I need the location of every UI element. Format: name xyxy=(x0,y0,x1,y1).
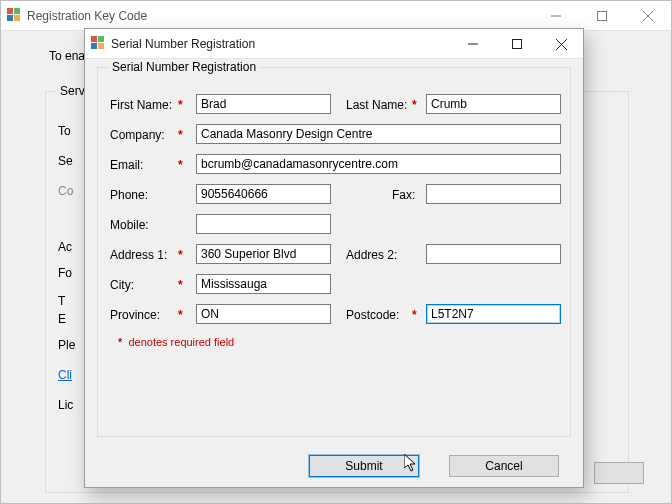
bg-line-fo: Fo xyxy=(58,266,72,280)
address1-label: Address 1: xyxy=(110,244,167,266)
email-field[interactable] xyxy=(196,154,561,174)
postcode-label: Postcode: xyxy=(346,304,399,326)
address1-required: * xyxy=(178,244,183,266)
company-label: Company: xyxy=(110,124,165,146)
minimize-button[interactable] xyxy=(451,29,495,59)
svg-rect-1 xyxy=(598,12,607,21)
bg-line-e: E xyxy=(58,312,66,326)
bg-line-lic: Lic xyxy=(58,398,73,412)
dialog-titlebar[interactable]: Serial Number Registration xyxy=(85,29,583,59)
required-note-text: denotes required field xyxy=(128,336,234,348)
required-note-star: * xyxy=(118,336,122,348)
app-icon xyxy=(91,36,107,52)
outer-maximize-button[interactable] xyxy=(579,1,625,31)
last-name-required: * xyxy=(412,94,417,116)
first-name-field[interactable] xyxy=(196,94,331,114)
button-bar: Submit Cancel xyxy=(85,455,583,479)
required-note: * denotes required field xyxy=(118,336,234,348)
form-group-title: Serial Number Registration xyxy=(108,60,260,74)
address1-field[interactable] xyxy=(196,244,331,264)
cancel-button-label: Cancel xyxy=(485,459,522,473)
city-field[interactable] xyxy=(196,274,331,294)
bg-line-co: Co xyxy=(58,184,73,198)
bg-line-t: T xyxy=(58,294,65,308)
company-field[interactable] xyxy=(196,124,561,144)
bg-line-to: To xyxy=(58,124,71,138)
bg-truncated-button[interactable] xyxy=(594,462,644,484)
bg-line-ple: Ple xyxy=(58,338,75,352)
province-label: Province: xyxy=(110,304,160,326)
mobile-field[interactable] xyxy=(196,214,331,234)
fax-field[interactable] xyxy=(426,184,561,204)
email-required: * xyxy=(178,154,183,176)
submit-button-label: Submit xyxy=(345,459,382,473)
cancel-button[interactable]: Cancel xyxy=(449,455,559,477)
last-name-label: Last Name: xyxy=(346,94,407,116)
postcode-required: * xyxy=(412,304,417,326)
bg-line-se: Se xyxy=(58,154,73,168)
first-name-required: * xyxy=(178,94,183,116)
company-required: * xyxy=(178,124,183,146)
province-required: * xyxy=(178,304,183,326)
first-name-label: First Name: xyxy=(110,94,172,116)
bg-line-ac: Ac xyxy=(58,240,72,254)
mobile-label: Mobile: xyxy=(110,214,149,236)
fax-label: Fax: xyxy=(392,184,415,206)
city-label: City: xyxy=(110,274,134,296)
dialog-title: Serial Number Registration xyxy=(111,37,255,51)
background-titlebar: Registration Key Code xyxy=(1,1,671,31)
form-groupbox: Serial Number Registration First Name: *… xyxy=(97,67,571,437)
bg-line-cli[interactable]: Cli xyxy=(58,368,72,382)
address2-field[interactable] xyxy=(426,244,561,264)
city-required: * xyxy=(178,274,183,296)
serial-registration-dialog: Serial Number Registration Serial Number… xyxy=(84,28,584,488)
phone-label: Phone: xyxy=(110,184,148,206)
maximize-button[interactable] xyxy=(495,29,539,59)
postcode-field[interactable] xyxy=(426,304,561,324)
dialog-client: Serial Number Registration First Name: *… xyxy=(85,59,583,487)
email-label: Email: xyxy=(110,154,143,176)
app-icon xyxy=(7,8,23,24)
outer-close-button[interactable] xyxy=(625,1,671,31)
last-name-field[interactable] xyxy=(426,94,561,114)
svg-rect-5 xyxy=(513,40,522,49)
phone-field[interactable] xyxy=(196,184,331,204)
province-field[interactable] xyxy=(196,304,331,324)
close-button[interactable] xyxy=(539,29,583,59)
form-area: First Name: * Last Name: * Company: * Em… xyxy=(110,86,558,426)
background-window-title: Registration Key Code xyxy=(27,9,147,23)
address2-label: Addres 2: xyxy=(346,244,397,266)
submit-button[interactable]: Submit xyxy=(309,455,419,477)
outer-minimize-button[interactable] xyxy=(533,1,579,31)
